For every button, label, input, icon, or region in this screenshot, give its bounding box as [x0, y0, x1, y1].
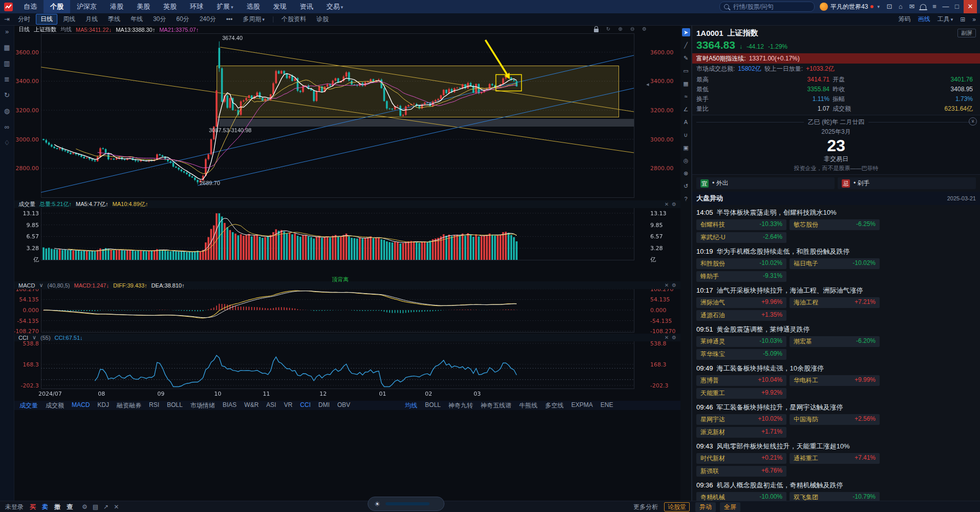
nav-item-环球[interactable]: 环球: [183, 0, 210, 13]
erase-tool-icon[interactable]: ⊗: [682, 169, 690, 177]
link-panel-icon[interactable]: ∞: [5, 123, 9, 131]
nav-item-港股[interactable]: 港股: [103, 0, 130, 13]
layout-icon[interactable]: ▤: [93, 503, 98, 510]
bottom-tab-全屏[interactable]: 全屏: [720, 502, 740, 512]
mover-item[interactable]: 09:49海工装备板块持续走强，10余股涨停惠博普+10.04%华电科工+9.9…: [692, 361, 980, 400]
stock-chip[interactable]: 寒武纪-U-2.64%: [696, 232, 786, 243]
overlay-tab-牛熊线[interactable]: 牛熊线: [519, 401, 538, 410]
stock-chip[interactable]: 华电科工+9.99%: [790, 375, 880, 386]
menu-icon[interactable]: ≡: [930, 0, 939, 13]
kline-chart[interactable]: [14, 26, 680, 410]
pane-settings-icon[interactable]: ⚙: [672, 201, 676, 207]
chevron-down-icon[interactable]: ∨: [39, 282, 43, 289]
nav-item-沪深京[interactable]: 沪深京: [70, 0, 103, 13]
period-tab-季线[interactable]: 季线: [103, 14, 125, 25]
indicator-tab-成交额[interactable]: 成交额: [46, 401, 64, 410]
copy-tool-icon[interactable]: ▣: [682, 144, 690, 152]
more-analysis-button[interactable]: 更多分析: [633, 503, 658, 511]
secondary-screen-button[interactable]: 副屏: [957, 29, 976, 37]
chevron-down-icon[interactable]: ∨: [32, 334, 36, 341]
fullscreen-icon[interactable]: ⊞: [960, 16, 965, 23]
help-tool-icon[interactable]: ?: [682, 195, 690, 203]
stock-chip[interactable]: 惠博普+10.04%: [696, 375, 786, 386]
indicator-tab-VR[interactable]: VR: [284, 401, 292, 410]
indicator-tab-DMI[interactable]: DMI: [318, 401, 330, 410]
close-icon[interactable]: ✕: [964, 0, 977, 13]
stock-info-button[interactable]: 个股资料: [277, 14, 311, 25]
more-periods-button[interactable]: •••: [222, 15, 238, 24]
app-logo[interactable]: [4, 3, 13, 11]
lock-icon[interactable]: [594, 26, 599, 33]
period-tab-240分[interactable]: 240分: [195, 14, 221, 25]
zoom-in-icon[interactable]: ⊕: [618, 26, 622, 33]
period-tab-周线[interactable]: 周线: [58, 14, 80, 25]
target-tool-icon[interactable]: ◎: [682, 156, 690, 165]
ma-group-label[interactable]: 均线: [60, 26, 72, 33]
close-pane-icon[interactable]: ✕: [665, 282, 669, 288]
overlay-tab-BOLL[interactable]: BOLL: [425, 401, 441, 410]
indicator-tab-市场情绪[interactable]: 市场情绪: [190, 401, 215, 410]
close-pane-icon[interactable]: ✕: [665, 201, 669, 207]
stock-chip[interactable]: 天能重工+9.92%: [696, 388, 786, 399]
stock-chip[interactable]: 通裕重工+7.41%: [790, 453, 880, 464]
tool-筹码[interactable]: 筹码: [899, 15, 911, 24]
pane-settings-icon[interactable]: ⚙: [672, 335, 676, 340]
mail-icon[interactable]: ✉: [907, 0, 917, 13]
zoom-out-icon[interactable]: ⊖: [630, 26, 634, 33]
angle-tool-icon[interactable]: ∠: [682, 105, 690, 113]
multi-period-button[interactable]: 多周期▾: [238, 14, 269, 25]
rect-tool-icon[interactable]: ▭: [682, 67, 690, 75]
indicator-tab-KDJ[interactable]: KDJ: [97, 401, 109, 410]
mover-item[interactable]: 10:17油气开采板块持续拉升，海油工程、洲际油气涨停洲际油气+9.96%海油工…: [692, 283, 980, 322]
mover-item[interactable]: 09:43风电零部件板块短线拉升，天能重工涨超10%时代新材+0.21%通裕重工…: [692, 439, 980, 478]
close-pane-icon[interactable]: ✕: [665, 335, 669, 340]
share-icon[interactable]: ↗: [103, 503, 109, 510]
period-tab-30分[interactable]: 30分: [148, 14, 171, 25]
period-tab-年线[interactable]: 年线: [126, 14, 147, 25]
macd-title[interactable]: MACD: [18, 282, 35, 289]
collapse-panel-arrow[interactable]: ◂: [646, 81, 649, 88]
stock-chip[interactable]: 创耀科技-10.33%: [696, 219, 786, 230]
indicator-tab-CCI[interactable]: CCI: [300, 401, 311, 410]
trade-cancel-button[interactable]: 撤: [54, 503, 60, 511]
bottom-tab-异动[interactable]: 异动: [695, 502, 716, 512]
period-tab-分时[interactable]: 分时: [13, 14, 35, 25]
trade-query-button[interactable]: 查: [67, 503, 73, 511]
nav-item-美股[interactable]: 美股: [130, 0, 157, 13]
indicator-tab-MACD[interactable]: MACD: [72, 401, 90, 410]
nav-item-交易[interactable]: 交易▾: [320, 0, 350, 13]
indicator-tab-W&R[interactable]: W&R: [244, 401, 259, 410]
chart-symbol-label[interactable]: 上证指数: [34, 26, 56, 33]
indicator-tab-ASI[interactable]: ASI: [266, 401, 276, 410]
stock-chip[interactable]: 新强联+6.76%: [696, 466, 786, 477]
minimize-icon[interactable]: —: [941, 0, 950, 13]
search-box[interactable]: [719, 2, 815, 12]
tool-画线[interactable]: 画线: [918, 15, 930, 24]
nav-item-自选[interactable]: 自选: [17, 0, 44, 13]
nav-item-个股[interactable]: 个股: [44, 0, 70, 13]
stock-chip[interactable]: 派克新材+1.71%: [696, 427, 786, 438]
mover-item[interactable]: 14:05半导体板块震荡走弱，创耀科技跳水10%创耀科技-10.33%敏芯股份-…: [692, 205, 980, 244]
stock-chip[interactable]: 莱绅通灵-10.03%: [696, 336, 786, 347]
watchlist-icon[interactable]: ▦: [4, 44, 10, 51]
text-tool-icon[interactable]: A: [682, 118, 690, 126]
stock-chip[interactable]: 时代新材+0.21%: [696, 453, 786, 464]
login-status[interactable]: 未登录: [5, 503, 24, 511]
period-tab-月线[interactable]: 月线: [81, 14, 102, 25]
overlay-tab-神奇五线谱[interactable]: 神奇五线谱: [481, 401, 512, 410]
indicator-tab-RSI[interactable]: RSI: [149, 401, 159, 410]
chart-settings-icon[interactable]: ⚙: [642, 26, 647, 33]
user-chip[interactable]: 平凡的世界43 ▾: [820, 3, 880, 11]
cci-title[interactable]: CCI: [18, 335, 28, 341]
collapse-right-icon[interactable]: »: [972, 16, 976, 23]
maximize-icon[interactable]: □: [952, 0, 962, 13]
overlay-tab-神奇九转[interactable]: 神奇九转: [449, 401, 473, 410]
trendline-icon[interactable]: ╱: [682, 41, 690, 49]
news-panel-icon[interactable]: ≣: [4, 75, 10, 83]
grid-tool-icon[interactable]: ▦: [682, 79, 690, 88]
stock-chip[interactable]: 萃华珠宝-5.09%: [696, 349, 786, 360]
trade-buy-button[interactable]: 买: [30, 503, 36, 511]
settings-icon[interactable]: ⚙: [82, 503, 88, 510]
stock-chip[interactable]: 潮宏基-6.20%: [790, 336, 880, 347]
mover-item[interactable]: 10:19华为手机概念股持续走低，和胜股份触及跌停和胜股份-10.02%福日电子…: [692, 244, 980, 283]
